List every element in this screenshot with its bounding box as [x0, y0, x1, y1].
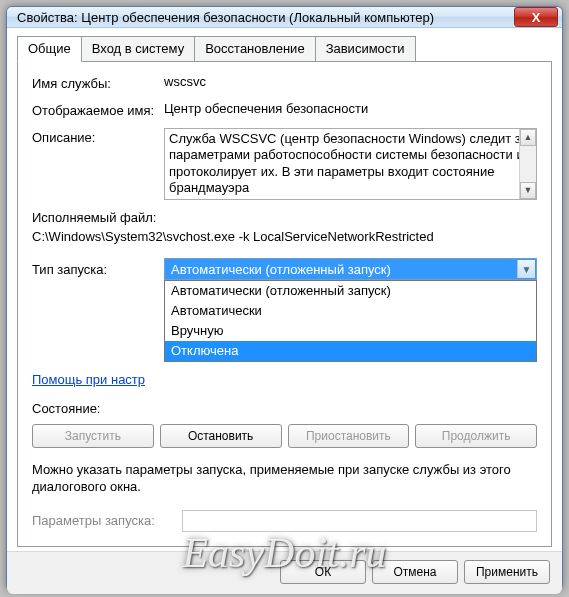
- tab-recovery[interactable]: Восстановление: [194, 36, 315, 61]
- description-box: Служба WSCSVC (центр безопасности Window…: [164, 128, 537, 200]
- display-name-label: Отображаемое имя:: [32, 101, 164, 118]
- startup-type-row: Тип запуска: Автоматически (отложенный з…: [32, 258, 537, 280]
- start-button[interactable]: Запустить: [32, 424, 154, 448]
- service-control-buttons: Запустить Остановить Приостановить Продо…: [32, 424, 537, 448]
- dialog-content: Общие Вход в систему Восстановление Зави…: [7, 28, 562, 551]
- dropdown-arrow-icon[interactable]: ▼: [517, 260, 535, 278]
- display-name-value: Центр обеспечения безопасности: [164, 101, 537, 116]
- service-name-label: Имя службы:: [32, 74, 164, 91]
- titlebar[interactable]: Свойства: Центр обеспечения безопасности…: [7, 7, 562, 28]
- dropdown-item-disabled[interactable]: Отключена: [165, 341, 536, 361]
- ok-button[interactable]: ОК: [280, 560, 366, 584]
- service-name-value: wscsvc: [164, 74, 537, 89]
- dropdown-item-auto-delayed[interactable]: Автоматически (отложенный запуск): [165, 281, 536, 301]
- dropdown-item-auto[interactable]: Автоматически: [165, 301, 536, 321]
- resume-button[interactable]: Продолжить: [415, 424, 537, 448]
- startup-params-note: Можно указать параметры запуска, применя…: [32, 462, 537, 496]
- startup-type-label: Тип запуска:: [32, 262, 164, 277]
- properties-dialog: Свойства: Центр обеспечения безопасности…: [6, 6, 563, 591]
- tab-panel-general: Имя службы: wscsvc Отображаемое имя: Цен…: [17, 61, 552, 547]
- apply-button[interactable]: Применить: [464, 560, 550, 584]
- executable-label: Исполняемый файл:: [32, 210, 537, 225]
- startup-params-input[interactable]: [182, 510, 537, 532]
- stop-button[interactable]: Остановить: [160, 424, 282, 448]
- executable-path: C:\Windows\System32\svchost.exe -k Local…: [32, 229, 537, 244]
- pause-button[interactable]: Приостановить: [288, 424, 410, 448]
- scroll-down-icon[interactable]: ▼: [520, 182, 536, 199]
- state-label: Состояние:: [32, 401, 164, 416]
- scroll-up-icon[interactable]: ▲: [520, 129, 536, 146]
- tab-general[interactable]: Общие: [17, 36, 82, 62]
- window-title: Свойства: Центр обеспечения безопасности…: [17, 10, 514, 25]
- description-scrollbar[interactable]: ▲ ▼: [519, 129, 536, 199]
- dialog-footer: ОК Отмена Применить: [7, 551, 562, 594]
- cancel-button[interactable]: Отмена: [372, 560, 458, 584]
- dropdown-item-manual[interactable]: Вручную: [165, 321, 536, 341]
- startup-params-label: Параметры запуска:: [32, 513, 182, 528]
- startup-type-dropdown: Автоматически (отложенный запуск) Автома…: [164, 280, 537, 362]
- help-link[interactable]: Помощь при настр: [32, 372, 145, 387]
- description-label: Описание:: [32, 128, 164, 145]
- tab-logon[interactable]: Вход в систему: [81, 36, 195, 61]
- close-icon: X: [532, 10, 541, 25]
- tab-strip: Общие Вход в систему Восстановление Зави…: [17, 36, 552, 61]
- close-button[interactable]: X: [514, 7, 558, 27]
- startup-type-selected: Автоматически (отложенный запуск): [165, 259, 536, 279]
- startup-type-combo[interactable]: Автоматически (отложенный запуск) ▼: [164, 258, 537, 280]
- description-text: Служба WSCSVC (центр безопасности Window…: [169, 131, 528, 195]
- tab-dependencies[interactable]: Зависимости: [315, 36, 416, 61]
